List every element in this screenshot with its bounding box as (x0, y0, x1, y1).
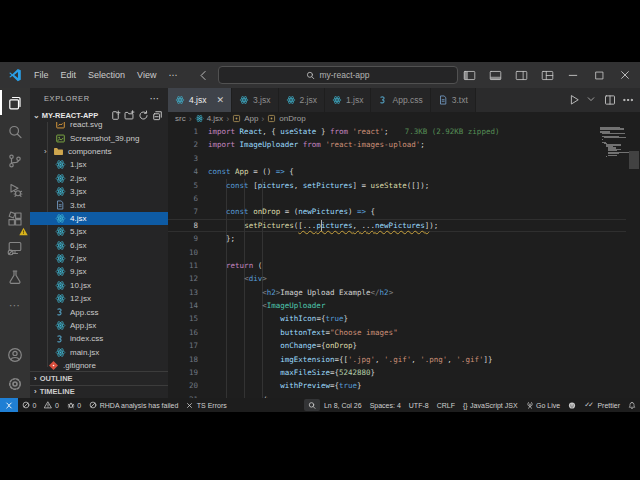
run-code-icon[interactable] (568, 94, 580, 106)
tab-close-icon[interactable]: ✕ (216, 95, 224, 105)
explorer-more-icon[interactable]: ⋯ (149, 93, 160, 104)
menu-file[interactable]: File (28, 62, 55, 88)
toggle-panel-icon[interactable] (484, 65, 506, 85)
activity-explorer-icon[interactable] (0, 88, 30, 117)
new-folder-icon[interactable] (124, 110, 135, 121)
breadcrumb[interactable]: src›4.jsx›App›onDrop (168, 112, 640, 125)
activity-testing-icon[interactable] (0, 262, 30, 291)
status-warnings-count[interactable]: 0 (40, 398, 62, 412)
toggle-primary-sidebar-icon[interactable] (458, 65, 480, 85)
file-item-indexcss[interactable]: index.css (30, 332, 168, 345)
file-item-10jsx[interactable]: 10.jsx (30, 279, 168, 292)
code-line-8[interactable]: 8 setPictures([...pictures, ...newPictur… (168, 219, 640, 232)
minimize-icon[interactable] (562, 65, 584, 85)
code-line-10[interactable]: 10 (168, 246, 640, 259)
activity-accounts-icon[interactable] (0, 340, 30, 369)
status-eol[interactable]: CRLF (433, 398, 459, 412)
project-root-row[interactable]: ⌄ MY-REACT-APP (30, 108, 168, 122)
code-line-13[interactable]: 13 <h2>Image Upload Example</h2> (168, 286, 640, 299)
activity-settings-icon[interactable] (0, 369, 30, 398)
code-line-7[interactable]: 7 const onDrop = (newPictures) => { (168, 205, 640, 218)
code-line-19[interactable]: 19 maxFileSize={5242880} (168, 366, 640, 379)
file-item-3jsx[interactable]: 3.jsx (30, 185, 168, 198)
activity-source-control-icon[interactable] (0, 146, 30, 175)
file-item-components[interactable]: ›components (30, 145, 168, 158)
file-item-4jsx[interactable]: 4.jsx (30, 212, 168, 225)
file-item-Screenshot39png[interactable]: Screenshot_39.png (30, 131, 168, 144)
editor-more-icon[interactable] (622, 94, 634, 106)
breadcrumb-item[interactable]: App (244, 114, 258, 123)
split-editor-icon[interactable] (604, 94, 616, 106)
section-outline[interactable]: ›OUTLINE (30, 371, 168, 385)
status-rhda-status[interactable]: RHDA analysis has failed (85, 398, 182, 412)
file-item-mainjsx[interactable]: main.jsx (30, 346, 168, 359)
close-icon[interactable] (614, 65, 636, 85)
status-bug-count[interactable]: 0 (63, 398, 85, 412)
code-line-2[interactable]: 2import ImageUploader from 'react-images… (168, 138, 640, 151)
code-line-12[interactable]: 12 <div> (168, 272, 640, 285)
collapse-folders-icon[interactable] (152, 110, 163, 121)
code-line-18[interactable]: 18 imgExtension={['.jpg', '.gif', '.png'… (168, 353, 640, 366)
tab-2jsx[interactable]: 2.jsx (279, 88, 325, 112)
code-line-3[interactable]: 3 (168, 152, 640, 165)
status-cursor-position[interactable]: Ln 8, Col 26 (320, 398, 366, 412)
run-dropdown-icon[interactable] (586, 94, 598, 106)
status-status-extension[interactable] (564, 398, 580, 412)
code-line-20[interactable]: 20 withPreview={true} (168, 379, 640, 392)
code-line-14[interactable]: 14 <ImageUploader (168, 299, 640, 312)
status-language-mode[interactable]: {}JavaScript JSX (459, 398, 522, 412)
section-timeline[interactable]: ›TIMELINE (30, 385, 168, 399)
activity-more-icon[interactable]: ⋯ (0, 291, 30, 320)
activity-run-and-debug-icon[interactable] (0, 175, 30, 204)
nav-back-icon[interactable] (197, 69, 210, 82)
status-prettier[interactable]: ✓✓Prettier (580, 398, 624, 412)
file-item-6jsx[interactable]: 6.jsx (30, 239, 168, 252)
file-item-Appcss[interactable]: App.css (30, 305, 168, 318)
status-ts-errors[interactable]: TS Errors (182, 398, 230, 412)
menu-[interactable]: ⋯ (162, 62, 183, 88)
file-item-7jsx[interactable]: 7.jsx (30, 252, 168, 265)
tab-1jsx[interactable]: 1.jsx (325, 88, 371, 112)
toggle-secondary-sidebar-icon[interactable] (510, 65, 532, 85)
status-status-search[interactable] (304, 399, 320, 411)
breadcrumb-item[interactable]: 4.jsx (207, 114, 223, 123)
new-file-icon[interactable] (110, 110, 121, 121)
command-center-search[interactable]: my-react-app (218, 66, 458, 84)
tab-3txt[interactable]: 3.txt (431, 88, 476, 112)
activity-remote-explorer-icon[interactable] (0, 233, 30, 262)
menu-selection[interactable]: Selection (82, 62, 131, 88)
refresh-explorer-icon[interactable] (138, 110, 149, 121)
status-indentation[interactable]: Spaces: 4 (366, 398, 405, 412)
status-encoding[interactable]: UTF-8 (405, 398, 433, 412)
menu-edit[interactable]: Edit (55, 62, 83, 88)
tab-3jsx[interactable]: 3.jsx (232, 88, 278, 112)
file-item-3txt[interactable]: 3.txt (30, 198, 168, 211)
code-line-17[interactable]: 17 onChange={onDrop} (168, 339, 640, 352)
activity-search-icon[interactable] (0, 117, 30, 146)
file-item-gitignore[interactable]: .gitignore (30, 359, 168, 371)
code-line-5[interactable]: 5 const [pictures, setPictures] = useSta… (168, 179, 640, 192)
tab-4jsx[interactable]: 4.jsx✕ (168, 88, 232, 112)
status-go-live[interactable]: Go Live (522, 398, 565, 412)
file-item-Appjsx[interactable]: App.jsx (30, 319, 168, 332)
customize-layout-icon[interactable] (536, 65, 558, 85)
file-item-9jsx[interactable]: 9.jsx (30, 265, 168, 278)
activity-extensions-icon[interactable] (0, 204, 30, 233)
file-item-5jsx[interactable]: 5.jsx (30, 225, 168, 238)
code-editor[interactable]: 1import React, { useState } from 'react'… (168, 125, 640, 398)
tab-Appcss[interactable]: App.css (371, 88, 430, 112)
file-item-1jsx[interactable]: 1.jsx (30, 158, 168, 171)
file-item-12jsx[interactable]: 12.jsx (30, 292, 168, 305)
code-line-15[interactable]: 15 withIcon={true} (168, 312, 640, 325)
breadcrumb-item[interactable]: src (175, 114, 186, 123)
breadcrumb-item[interactable]: onDrop (279, 114, 305, 123)
status-notifications-bell[interactable] (624, 398, 640, 412)
menu-view[interactable]: View (131, 62, 162, 88)
code-line-1[interactable]: 1import React, { useState } from 'react'… (168, 125, 640, 138)
code-line-16[interactable]: 16 buttonText="Choose images" (168, 326, 640, 339)
code-line-11[interactable]: 11 return ( (168, 259, 640, 272)
code-line-9[interactable]: 9 }; (168, 232, 640, 245)
file-item-2jsx[interactable]: 2.jsx (30, 172, 168, 185)
status-errors-count[interactable]: 0 (18, 398, 40, 412)
status-remote-indicator[interactable] (0, 398, 18, 412)
